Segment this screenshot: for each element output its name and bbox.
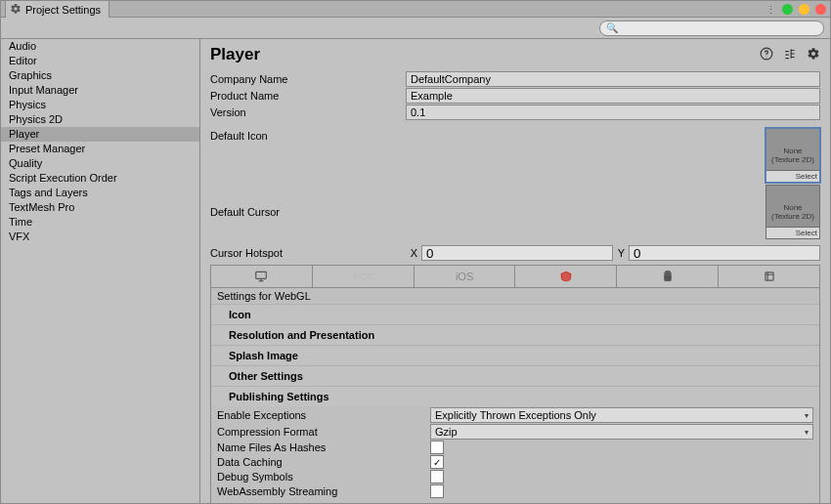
dropdown-arrow-icon: ▾ (805, 411, 809, 420)
enable-exceptions-dropdown[interactable]: Explicitly Thrown Exceptions Only ▾ (430, 407, 813, 423)
settings-icon[interactable] (807, 47, 820, 63)
preset-icon[interactable] (783, 47, 797, 63)
category-sidebar: AudioEditorGraphicsInput ManagerPhysicsP… (1, 39, 200, 503)
slot-none-text: None (Texture 2D) (766, 145, 819, 166)
sidebar-item-textmesh-pro[interactable]: TextMesh Pro (1, 200, 199, 215)
settings-group-title: Settings for WebGL (211, 288, 819, 305)
version-row: Version (210, 105, 820, 120)
maximize-button[interactable] (782, 4, 793, 15)
svg-rect-2 (256, 272, 267, 278)
cursor-y-label: Y (613, 247, 629, 259)
dropdown-arrow-icon: ▾ (805, 428, 809, 437)
platform-tab-android[interactable] (617, 266, 719, 287)
main-split: AudioEditorGraphicsInput ManagerPhysicsP… (0, 39, 831, 504)
settings-group: Settings for WebGL Icon Resolution and P… (210, 287, 820, 503)
wasm-streaming-label: WebAssembly Streaming (217, 485, 430, 497)
default-cursor-select-button[interactable]: Select (766, 227, 819, 238)
cursor-hotspot-row: Cursor Hotspot X Y (210, 245, 820, 261)
content-panel: Player Company Name Pr (200, 39, 830, 503)
svg-point-1 (766, 56, 767, 57)
section-other[interactable]: Other Settings (211, 366, 819, 387)
sidebar-item-input-manager[interactable]: Input Manager (1, 83, 199, 98)
slot-none-text: None (Texture 2D) (766, 201, 819, 223)
platform-tabs: tvOS iOS (210, 265, 820, 287)
platform-tab-standalone[interactable] (211, 266, 313, 287)
sidebar-item-player[interactable]: Player (1, 127, 199, 142)
wasm-streaming-checkbox[interactable] (430, 484, 444, 498)
cursor-x-label: X (406, 247, 421, 259)
section-splash[interactable]: Splash Image (211, 346, 819, 366)
compression-value: Gzip (435, 426, 458, 438)
platform-tab-universal[interactable] (719, 266, 819, 287)
section-publishing[interactable]: Publishing Settings (211, 387, 819, 406)
content-scroll[interactable]: Company Name Product Name Version Defaul… (200, 70, 830, 503)
sidebar-item-vfx[interactable]: VFX (1, 230, 199, 244)
cursor-y-input[interactable] (629, 245, 820, 261)
compression-label: Compression Format (217, 426, 430, 438)
svg-point-4 (669, 273, 670, 273)
version-input[interactable] (406, 105, 820, 120)
menu-dots-icon[interactable]: ⋮ (765, 4, 776, 15)
sidebar-item-tags-and-layers[interactable]: Tags and Layers (1, 186, 199, 200)
name-files-label: Name Files As Hashes (217, 441, 430, 453)
data-caching-checkbox[interactable] (430, 455, 444, 469)
search-field[interactable]: 🔍 (599, 21, 824, 36)
company-name-row: Company Name (210, 71, 820, 87)
default-icon-label: Default Icon (210, 128, 406, 142)
sidebar-item-physics-2d[interactable]: Physics 2D (1, 112, 199, 127)
company-name-label: Company Name (210, 73, 406, 85)
svg-rect-5 (765, 273, 772, 280)
window-title: Project Settings (25, 4, 101, 16)
help-icon[interactable] (760, 47, 773, 63)
enable-exceptions-value: Explicitly Thrown Exceptions Only (435, 409, 596, 421)
debug-symbols-label: Debug Symbols (217, 471, 430, 483)
default-icon-slot[interactable]: None (Texture 2D) Select (765, 128, 820, 183)
header-actions (760, 47, 820, 63)
enable-exceptions-label: Enable Exceptions (217, 409, 430, 421)
sidebar-item-graphics[interactable]: Graphics (1, 68, 199, 83)
default-cursor-row: Default Cursor None (Texture 2D) Select (210, 185, 820, 239)
data-caching-label: Data Caching (217, 456, 430, 468)
svg-point-3 (666, 273, 667, 273)
close-button[interactable] (815, 4, 826, 15)
product-name-row: Product Name (210, 88, 820, 104)
window-controls: ⋮ (765, 4, 826, 15)
toolbar: 🔍 (0, 18, 831, 39)
section-icon[interactable]: Icon (211, 305, 819, 325)
platform-tab-tvos[interactable]: tvOS (313, 266, 415, 287)
product-name-label: Product Name (210, 90, 406, 102)
sidebar-item-audio[interactable]: Audio (1, 39, 199, 54)
cursor-x-input[interactable] (421, 245, 613, 261)
sidebar-item-time[interactable]: Time (1, 215, 199, 230)
sidebar-item-script-execution-order[interactable]: Script Execution Order (1, 171, 199, 186)
default-cursor-slot[interactable]: None (Texture 2D) Select (765, 185, 820, 239)
debug-symbols-checkbox[interactable] (430, 470, 444, 483)
version-label: Version (210, 106, 406, 118)
window-tab[interactable]: Project Settings (5, 0, 109, 18)
sidebar-item-preset-manager[interactable]: Preset Manager (1, 142, 199, 156)
content-header: Player (200, 39, 830, 70)
name-files-checkbox[interactable] (430, 441, 444, 454)
product-name-input[interactable] (406, 88, 820, 104)
section-resolution[interactable]: Resolution and Presentation (211, 325, 819, 346)
search-input[interactable] (622, 21, 817, 34)
platform-tab-ios[interactable]: iOS (415, 266, 516, 287)
minimize-button[interactable] (799, 4, 809, 15)
title-bar: Project Settings ⋮ (0, 0, 831, 18)
company-name-input[interactable] (406, 71, 820, 87)
default-icon-row: Default Icon None (Texture 2D) Select (210, 128, 820, 183)
settings-gear-icon (10, 3, 22, 17)
player-form: Company Name Product Name Version Defaul… (200, 71, 830, 503)
platform-tab-webgl[interactable] (515, 266, 617, 287)
default-cursor-label: Default Cursor (210, 206, 406, 218)
compression-dropdown[interactable]: Gzip ▾ (430, 424, 813, 440)
sidebar-item-physics[interactable]: Physics (1, 98, 199, 112)
sidebar-item-quality[interactable]: Quality (1, 156, 199, 171)
default-icon-select-button[interactable]: Select (766, 170, 819, 182)
sidebar-item-editor[interactable]: Editor (1, 54, 199, 68)
page-title: Player (210, 45, 260, 64)
publishing-settings-body: Enable Exceptions Explicitly Thrown Exce… (211, 407, 819, 503)
search-icon: 🔍 (606, 23, 618, 33)
cursor-hotspot-label: Cursor Hotspot (210, 247, 406, 259)
